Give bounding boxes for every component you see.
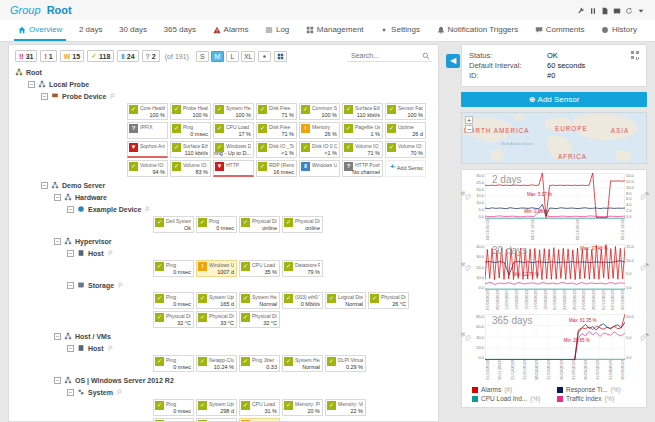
tree-node-label[interactable]: Hypervisor xyxy=(75,238,112,245)
tile-view-button[interactable] xyxy=(274,51,287,62)
sensor-tile-cpu-load[interactable]: ✓CPU Load17 % xyxy=(213,122,254,139)
sensor-tile-windows-upda[interactable]: !Windows Upda...1007 d xyxy=(239,418,280,422)
sensor-tile-ping[interactable]: ✓Ping0 msec xyxy=(196,216,237,233)
size-button-s[interactable]: S xyxy=(196,51,209,62)
tab-settings[interactable]: Settings xyxy=(376,20,424,41)
window-caret-button[interactable] xyxy=(637,1,645,19)
collapse-toggle[interactable] xyxy=(54,333,61,340)
sensor-tile-physical-disk-0[interactable]: ✓Physical Disk 0...online xyxy=(282,216,323,233)
sensor-tile-volume-io-har[interactable]: ✓Volume IO Har...83 % xyxy=(170,160,211,177)
sensor-tile-windows-upda[interactable]: !Windows Upda...1007 d xyxy=(196,260,237,277)
tree-node-label[interactable]: Probe Device xyxy=(62,93,106,100)
tab-management[interactable]: Management xyxy=(302,20,368,41)
collapse-toggle[interactable] xyxy=(67,389,74,396)
size-button-xl[interactable]: XL xyxy=(241,51,256,62)
sensor-tile-disk-free[interactable]: ✓Disk Free71 % xyxy=(256,122,297,139)
sensor-tile-ping[interactable]: ✓Ping0 msec xyxy=(153,355,194,372)
status-filter-chip[interactable]: !1 xyxy=(40,50,56,62)
status-filter-chip[interactable]: W15 xyxy=(60,50,84,62)
sensor-tile-netapp-cluster[interactable]: ✓Netapp-Cluster...10.24 % xyxy=(196,355,237,372)
sensor-tile-volume-io-to[interactable]: ✓Volume IO _To...71 % xyxy=(342,141,383,158)
status-filter-chip[interactable]: !!31 xyxy=(15,50,37,62)
tree-node-label[interactable]: Hardware xyxy=(75,194,107,201)
tree-node-label[interactable]: Host xyxy=(88,345,104,352)
status-filter-chip[interactable]: ‖24 xyxy=(117,50,138,62)
sensor-tile-physical-disk[interactable]: ✓Physical Disk: ...26 °C xyxy=(368,292,409,309)
sensor-tile-system-uptime[interactable]: ✓System Uptime165 d xyxy=(196,292,237,309)
sensor-tile-system-health[interactable]: ✓System HealthNormal xyxy=(282,355,323,372)
geo-map[interactable]: + − NORTH AMERICAEUROPEASIAAFRICANorth A… xyxy=(461,112,647,164)
sensor-tile-memory-physi[interactable]: ✓Memory: Physi...20 % xyxy=(282,399,323,416)
sensor-tile-physical-disk[interactable]: ✓Physical Disk: ...32 °C xyxy=(239,311,280,328)
window-pause-button[interactable] xyxy=(589,1,597,19)
tree-node-label[interactable]: Local Probe xyxy=(49,81,89,88)
sensor-tile-system-health[interactable]: ✓System Health100 % xyxy=(213,103,254,120)
sensor-tile-pagefile-usage[interactable]: ✓Pagefile Usage1 % xyxy=(342,122,383,139)
tree-node-label[interactable]: Demo Server xyxy=(62,182,105,189)
window-doc-button[interactable] xyxy=(601,1,609,19)
sensor-tile-system-health[interactable]: ✓System HealthNormal xyxy=(239,292,280,309)
tab-log[interactable]: Log xyxy=(261,20,293,41)
tab-overview[interactable]: Overview xyxy=(14,20,66,41)
sensor-tile-memory[interactable]: !Memory26 % xyxy=(299,122,340,139)
sensor-tile-cpu-load[interactable]: ✓CPU Load35 % xyxy=(239,260,280,277)
graph-pin-button[interactable] xyxy=(464,187,471,205)
sensor-tile-ping[interactable]: ✓Ping0 msec xyxy=(170,122,211,139)
status-filter-chip[interactable]: ✓118 xyxy=(87,50,114,62)
add-sensor-tile[interactable]: +Add Sensor xyxy=(385,160,426,177)
graph-pin-button[interactable] xyxy=(464,258,471,276)
graph-options-button[interactable] xyxy=(639,187,646,205)
sensor-tile-ping[interactable]: ✓Ping0 msec xyxy=(153,260,194,277)
search-input[interactable] xyxy=(349,51,419,60)
tab-notification-triggers[interactable]: Notification Triggers xyxy=(433,20,523,41)
sensor-tile-physical-disk[interactable]: ✓Physical Disk: ...33 °C xyxy=(196,311,237,328)
search-icon[interactable] xyxy=(422,52,430,60)
collapse-toggle[interactable] xyxy=(54,238,61,245)
sensor-tile-003-eth0-traf[interactable]: ✓(003) eth0 Traf...0 Mbit/s xyxy=(282,292,323,309)
sensor-tile-memory-virtu[interactable]: ✓Memory: Virtu...22 % xyxy=(325,399,366,416)
sensor-tile-sensor-factory[interactable]: ✓Sensor Factory100 % xyxy=(385,103,426,120)
graph-pin-button[interactable] xyxy=(464,328,471,346)
sensor-tile-volume-io-c[interactable]: ✓Volume IO C:70 % xyxy=(385,141,426,158)
sensor-tile-sophos-anti-vi[interactable]: ▼Sophos Anti-Vi... xyxy=(127,141,168,158)
sensor-tile-http[interactable]: ▼HTTP xyxy=(213,160,254,177)
collapse-toggle[interactable] xyxy=(67,206,74,213)
sensor-tile-volume-io-har[interactable]: ✓Volume IO Har...94 % xyxy=(127,160,168,177)
graph-options-button[interactable] xyxy=(639,328,646,346)
sensor-tile-ping[interactable]: ✓Ping0 msec xyxy=(153,399,194,416)
collapse-toggle[interactable] xyxy=(28,81,35,88)
tree-node-label[interactable]: Storage xyxy=(88,282,114,289)
sensor-tile-disk-free-c[interactable]: ✓Disk Free: C:\30 % xyxy=(153,418,194,422)
sensor-tile-disk-free[interactable]: ✓Disk Free71 % xyxy=(256,103,297,120)
sensor-tile-surface-ethern[interactable]: ✓Surface Ethern...110 kbit/s xyxy=(342,103,383,120)
tab-alarms[interactable]: Alarms xyxy=(209,20,253,41)
collapse-toggle[interactable] xyxy=(41,182,48,189)
sensor-tile-disk-io-total[interactable]: ✓Disk IO _Total<1 % xyxy=(256,141,297,158)
graph-options-button[interactable] xyxy=(639,258,646,276)
tree-node-label[interactable]: System xyxy=(88,389,113,396)
tab-comments[interactable]: Comments xyxy=(531,20,589,41)
sensor-tile-cpu-load[interactable]: ✓CPU Load31 % xyxy=(239,399,280,416)
tree-node-label[interactable]: Host xyxy=(88,250,104,257)
tree-node-label[interactable]: Host / VMs xyxy=(75,333,111,340)
sensor-tile-surface-ethern[interactable]: ✓Surface Ethern...110 kbit/s xyxy=(170,141,211,158)
sensor-tile-probe-health[interactable]: ✓Probe Health100 % xyxy=(170,103,211,120)
tab-history[interactable]: History xyxy=(597,20,641,41)
graph-area[interactable]: 80.060.040.020.00.0365 daysMax: 61.35 %M… xyxy=(471,314,639,380)
sensor-tile-physical-disk[interactable]: ✓Physical Disk: ...32 °C xyxy=(153,311,194,328)
add-sensor-button[interactable]: Add Sensor xyxy=(461,92,647,107)
sensor-tile-dlpi-virtual-a[interactable]: ✓DLPI Virtual A...0.29 % xyxy=(325,355,366,372)
window-mail-button[interactable] xyxy=(613,1,621,19)
sensor-tile-uptime[interactable]: ✓Uptime26 d xyxy=(385,122,426,139)
sensor-tile-windows-defe[interactable]: ✓Windows Defe...Running - Up to D... xyxy=(213,141,254,158)
sensor-tile-logical-disk-v[interactable]: ✓Logical Disk: V...Normal xyxy=(325,292,366,309)
map-zoom-out-button[interactable]: − xyxy=(465,125,473,133)
sensor-tile-core-health[interactable]: ✓Core Health100 % xyxy=(127,103,168,120)
graph-area[interactable]: 30.025.020.015.010.05.00.02 daysMax: 5.0… xyxy=(471,173,639,240)
sensor-tile-disk-io-0-c[interactable]: ✓Disk IO 0 C:<1 % xyxy=(299,141,340,158)
tab-30-days[interactable]: 30 days xyxy=(115,20,151,41)
collapse-toggle[interactable] xyxy=(54,377,61,384)
sensor-tile-rdp-remote[interactable]: ✓RDP (Remote ...16 msec xyxy=(256,160,297,177)
sensor-tile-dell-system-he[interactable]: ✓Dell System He...Ok xyxy=(153,216,194,233)
window-wrench-button[interactable] xyxy=(577,1,585,19)
